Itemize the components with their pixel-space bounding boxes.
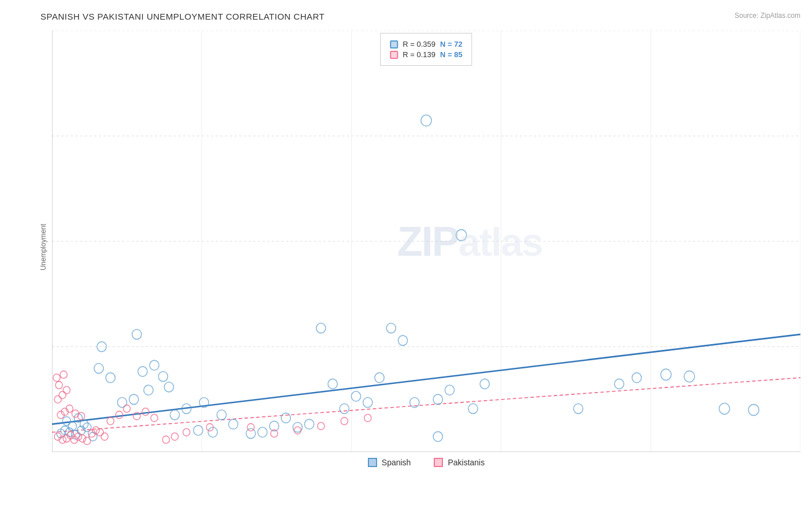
svg-point-47 [304,419,314,429]
svg-point-45 [281,413,290,423]
svg-point-59 [445,385,454,395]
y-axis-label: Unemployment [39,224,47,271]
svg-point-99 [151,415,158,422]
svg-point-101 [172,433,178,441]
svg-point-87 [78,412,85,420]
svg-point-69 [719,403,729,414]
svg-point-81 [96,428,103,436]
svg-point-60 [456,230,467,241]
svg-point-70 [748,404,759,415]
svg-point-56 [421,115,431,126]
svg-point-34 [117,398,126,408]
svg-point-96 [124,405,131,412]
svg-point-91 [55,382,62,389]
chart-container: SPANISH VS PAKISTANI UNEMPLOYMENT CORREL… [0,0,812,515]
svg-point-92 [53,374,60,382]
svg-point-100 [162,436,169,443]
svg-point-41 [229,419,238,429]
svg-point-40 [217,410,226,420]
spanish-swatch [368,458,377,467]
svg-point-89 [59,391,66,399]
svg-point-95 [116,411,122,419]
scatter-chart: 12.5% 25.0% 37.5% 50.0% 0.0% 100.0% [52,31,800,452]
svg-point-49 [328,379,337,389]
svg-point-43 [258,427,267,437]
svg-point-50 [340,404,349,413]
svg-line-11 [52,334,800,424]
svg-point-88 [54,395,61,403]
svg-point-53 [375,373,384,383]
svg-point-68 [573,404,583,413]
svg-point-25 [106,373,115,383]
svg-point-31 [164,382,173,392]
svg-point-54 [386,323,396,333]
svg-point-29 [150,360,159,370]
svg-point-28 [138,367,147,376]
svg-point-104 [247,424,254,431]
svg-point-65 [632,373,641,383]
svg-point-66 [661,369,671,380]
svg-point-61 [433,432,442,442]
svg-point-107 [318,422,325,430]
svg-point-58 [433,394,442,404]
svg-point-109 [364,415,371,422]
svg-point-33 [129,394,139,404]
svg-point-42 [246,428,255,438]
svg-point-82 [101,433,108,441]
svg-point-52 [363,398,373,408]
svg-point-63 [480,379,489,389]
pakistanis-swatch [434,458,443,467]
svg-point-94 [107,417,114,425]
svg-point-64 [614,379,624,389]
svg-point-35 [170,410,180,420]
svg-point-98 [142,408,149,416]
svg-point-93 [60,371,67,378]
svg-point-102 [183,428,190,436]
svg-point-24 [94,363,103,373]
svg-point-22 [62,417,70,426]
svg-point-32 [144,385,153,395]
svg-point-62 [468,404,478,413]
spanish-label: Spanish [382,458,411,467]
svg-point-48 [316,323,326,333]
svg-point-106 [294,427,301,434]
legend-pakistanis: Pakistanis [434,458,485,467]
chart-title: SPANISH VS PAKISTANI UNEMPLOYMENT CORREL… [40,12,800,21]
pakistanis-label: Pakistanis [448,458,485,467]
source-text: Source: ZipAtlas.com [735,12,800,20]
svg-point-90 [63,386,70,394]
svg-point-108 [341,417,348,425]
svg-point-55 [398,335,407,345]
svg-point-67 [684,371,695,382]
svg-point-51 [351,391,360,401]
svg-point-30 [158,371,167,381]
svg-point-27 [132,329,141,339]
legend-spanish: Spanish [368,458,411,467]
